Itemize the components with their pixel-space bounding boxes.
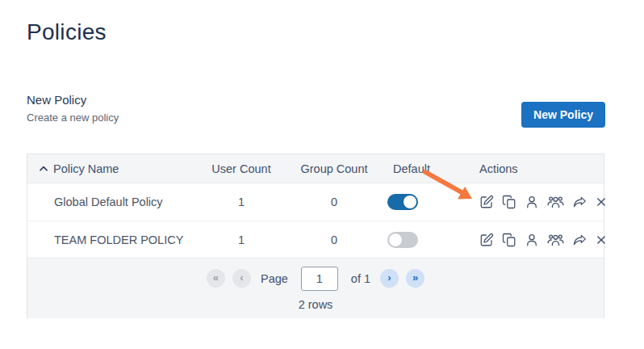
page-of-label: of 1	[351, 272, 370, 285]
first-page-button[interactable]: «	[207, 269, 225, 288]
prev-page-button[interactable]: ‹	[232, 269, 251, 288]
section-subheading: Create a new policy	[27, 111, 119, 124]
edit-icon[interactable]	[479, 195, 494, 209]
column-header-group-count[interactable]: Group Count	[282, 162, 387, 175]
column-header-default[interactable]: Default	[387, 162, 463, 175]
sort-ascending-icon	[38, 163, 49, 174]
page-number-input[interactable]	[301, 267, 338, 291]
user-count-cell: 1	[201, 233, 282, 246]
column-header-policy-name[interactable]: Policy Name	[27, 162, 201, 175]
pagination: « ‹ Page of 1 › »	[207, 267, 424, 291]
share-icon[interactable]	[572, 195, 588, 209]
default-toggle[interactable]	[387, 194, 418, 210]
column-header-actions: Actions	[463, 162, 604, 175]
delete-icon[interactable]	[596, 196, 607, 208]
group-count-cell: 0	[282, 233, 387, 246]
assign-user-icon[interactable]	[525, 233, 539, 247]
next-page-button[interactable]: ›	[380, 269, 399, 288]
table-row: TEAM FOLDER POLICY 1 0	[27, 221, 604, 258]
policy-name-cell: Global Default Policy	[27, 196, 201, 208]
toggle-knob	[404, 196, 416, 208]
last-page-button[interactable]: »	[406, 269, 424, 288]
policy-name-cell: TEAM FOLDER POLICY	[27, 233, 201, 246]
rows-summary: 2 rows	[299, 298, 333, 311]
toggle-knob	[389, 233, 402, 246]
actions-cell	[463, 195, 607, 209]
delete-icon[interactable]	[596, 234, 607, 246]
table-row: Global Default Policy 1 0	[27, 183, 604, 221]
table-header-row: Policy Name User Count Group Count Defau…	[27, 154, 604, 183]
page-label: Page	[261, 272, 288, 285]
group-count-cell: 0	[282, 196, 387, 208]
user-count-cell: 1	[201, 196, 282, 208]
share-icon[interactable]	[572, 233, 588, 247]
table-footer: « ‹ Page of 1 › » 2 rows	[27, 258, 604, 318]
assign-group-icon[interactable]	[547, 195, 564, 209]
assign-group-icon[interactable]	[547, 233, 564, 247]
edit-icon[interactable]	[479, 233, 494, 247]
page-title: Policies	[27, 19, 107, 45]
policies-table: Policy Name User Count Group Count Defau…	[27, 153, 604, 318]
assign-user-icon[interactable]	[525, 195, 539, 209]
actions-cell	[463, 233, 607, 247]
new-policy-button[interactable]: New Policy	[521, 102, 605, 128]
column-header-user-count[interactable]: User Count	[201, 162, 282, 175]
copy-icon[interactable]	[502, 195, 516, 209]
default-toggle[interactable]	[387, 232, 418, 248]
copy-icon[interactable]	[502, 233, 516, 247]
section-heading: New Policy	[27, 93, 86, 107]
